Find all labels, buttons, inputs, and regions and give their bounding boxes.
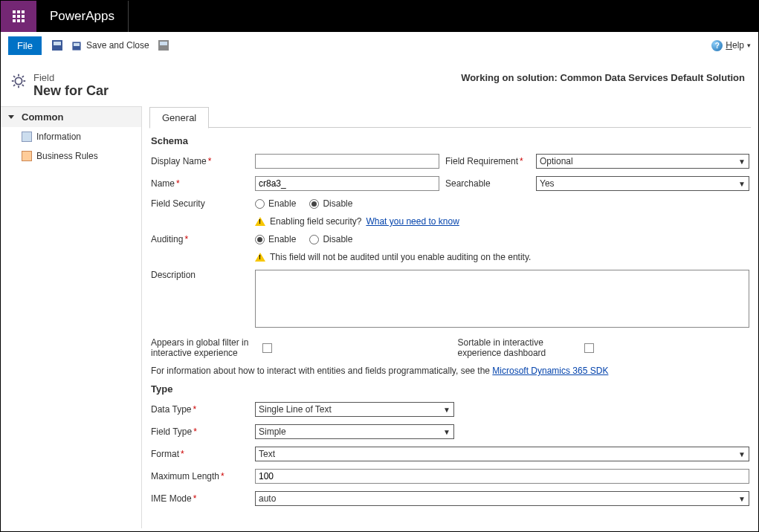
- sdk-info-text: For information about how to interact wi…: [151, 366, 492, 376]
- radio-icon: [309, 235, 319, 244]
- ime-mode-label: IME Mode: [151, 493, 192, 504]
- save-close-icon: [71, 39, 83, 51]
- svg-line-7: [13, 85, 15, 86]
- save-close-label: Save and Close: [86, 40, 149, 51]
- tab-general[interactable]: General: [149, 107, 209, 129]
- name-input[interactable]: [255, 176, 439, 191]
- solution-label: Working on solution:: [461, 72, 558, 83]
- solution-name: Common Data Services Default Solution: [561, 72, 746, 83]
- rules-icon: [22, 151, 32, 161]
- svg-line-8: [22, 76, 24, 77]
- entity-icon: [10, 72, 28, 90]
- collapse-icon: [8, 115, 14, 119]
- field-security-disable-radio[interactable]: Disable: [309, 198, 352, 209]
- description-input[interactable]: [255, 270, 749, 328]
- sidebar-section-common[interactable]: Common: [1, 107, 141, 127]
- warning-icon: [255, 253, 265, 262]
- audit-warning-text: This field will not be audited until you…: [270, 252, 531, 262]
- sortable-label: Sortable in interactive experience dashb…: [458, 337, 577, 358]
- brand-name: PowerApps: [36, 1, 129, 32]
- field-requirement-select[interactable]: Optional▼: [536, 154, 749, 169]
- section-schema-title: Schema: [151, 135, 749, 146]
- page-title: New for Car: [33, 83, 109, 99]
- sdk-link[interactable]: Microsoft Dynamics 365 SDK: [492, 366, 608, 376]
- breadcrumb: Field: [33, 72, 109, 83]
- svg-point-0: [15, 77, 22, 84]
- display-name-input[interactable]: [255, 154, 439, 169]
- radio-icon: [309, 199, 319, 209]
- field-requirement-label: Field Requirement: [445, 156, 518, 166]
- file-button[interactable]: File: [8, 36, 42, 55]
- save-button[interactable]: [52, 40, 62, 51]
- format-select[interactable]: Text▼: [255, 447, 749, 461]
- sortable-checkbox[interactable]: [584, 343, 594, 353]
- fs-warning-link[interactable]: What you need to know: [366, 216, 459, 227]
- appears-filter-label: Appears in global filter in interactive …: [151, 337, 255, 358]
- waffle-icon: [13, 10, 25, 22]
- searchable-select[interactable]: Yes▼: [536, 176, 749, 191]
- save-icon: [52, 40, 62, 51]
- auditing-disable-radio[interactable]: Disable: [309, 234, 352, 244]
- information-icon: [22, 132, 32, 142]
- section-type-title: Type: [151, 383, 749, 395]
- action-icon: [158, 40, 169, 51]
- auditing-enable-radio[interactable]: Enable: [255, 234, 296, 244]
- field-security-enable-radio[interactable]: Enable: [255, 198, 296, 209]
- searchable-label: Searchable: [445, 178, 491, 189]
- ime-mode-select[interactable]: auto▼: [255, 491, 749, 506]
- chevron-down-icon: ▼: [738, 158, 746, 166]
- app-launcher[interactable]: [1, 1, 36, 32]
- format-label: Format: [151, 449, 179, 459]
- warning-icon: [255, 217, 265, 226]
- data-type-select[interactable]: Single Line of Text▼: [255, 402, 454, 417]
- other-action-button[interactable]: [158, 40, 169, 51]
- sidebar-item-label: Business Rules: [36, 151, 98, 161]
- help-dropdown-caret[interactable]: ▾: [747, 42, 751, 49]
- name-label: Name: [151, 178, 175, 189]
- sidebar-item-information[interactable]: Information: [1, 127, 141, 146]
- auditing-label: Auditing: [151, 234, 183, 244]
- chevron-down-icon: ▼: [738, 495, 746, 503]
- fs-warning-text: Enabling field security?: [270, 216, 361, 227]
- max-length-label: Maximum Length: [151, 471, 219, 481]
- sidebar-item-business-rules[interactable]: Business Rules: [1, 146, 141, 166]
- field-type-label: Field Type: [151, 426, 192, 437]
- help-link[interactable]: Help: [726, 40, 744, 51]
- radio-icon: [255, 199, 265, 209]
- data-type-label: Data Type: [151, 404, 191, 415]
- help-icon: ?: [711, 40, 723, 51]
- save-and-close-button[interactable]: Save and Close: [71, 39, 149, 51]
- field-type-select[interactable]: Simple▼: [255, 424, 454, 439]
- sidebar-item-label: Information: [36, 132, 81, 142]
- display-name-label: Display Name: [151, 156, 207, 166]
- svg-line-5: [13, 76, 15, 77]
- chevron-down-icon: ▼: [738, 180, 746, 188]
- max-length-input[interactable]: [255, 469, 749, 484]
- chevron-down-icon: ▼: [443, 428, 450, 436]
- field-security-label: Field Security: [151, 198, 205, 209]
- radio-icon: [255, 235, 265, 244]
- svg-line-6: [22, 85, 24, 86]
- chevron-down-icon: ▼: [443, 406, 450, 414]
- chevron-down-icon: ▼: [738, 450, 746, 458]
- description-label: Description: [151, 270, 196, 280]
- appears-filter-checkbox[interactable]: [262, 343, 272, 353]
